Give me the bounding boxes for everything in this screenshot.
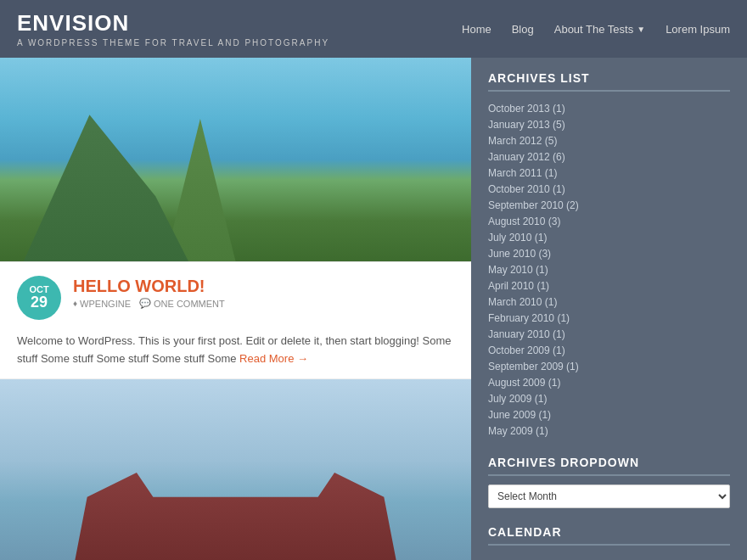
archives-section: ARCHIVES LIST October 2013 (1)January 20… xyxy=(488,71,730,439)
archives-dropdown: Select Month October 2013January 2013Mar… xyxy=(488,484,730,508)
archive-count: (1) xyxy=(536,409,551,421)
archive-link[interactable]: October 2010 xyxy=(488,183,550,195)
logo-area: ENVISION A WORDPRESS THEME FOR TRAVEL AN… xyxy=(17,10,329,48)
archive-item: March 2010 (1) xyxy=(488,294,730,310)
post-1-date-badge: OCT 29 xyxy=(17,276,61,320)
post-1-excerpt: Welcome to WordPress. This is your first… xyxy=(0,322,471,379)
main-content: OCT 29 HELLO WORLD! WPENGINE 💬 ONE COMME… xyxy=(0,58,471,560)
archive-item: March 2012 (5) xyxy=(488,132,730,148)
archives-select[interactable]: Select Month October 2013January 2013Mar… xyxy=(488,484,730,508)
nav-blog[interactable]: Blog xyxy=(512,23,534,36)
archive-count: (3) xyxy=(545,216,560,227)
archive-count: (1) xyxy=(550,103,565,115)
dropdown-section: ARCHIVES DROPDOWN Select Month October 2… xyxy=(488,456,730,508)
archive-item: October 2010 (1) xyxy=(488,181,730,197)
comment-icon: 💬 xyxy=(139,298,151,309)
sidebar: ARCHIVES LIST October 2013 (1)January 20… xyxy=(471,58,747,560)
archive-link[interactable]: May 2010 xyxy=(488,264,533,276)
archive-count: (1) xyxy=(534,280,549,292)
post-1-author-info: WPENGINE xyxy=(73,298,131,309)
archive-item: May 2010 (1) xyxy=(488,261,730,277)
archive-item: January 2012 (6) xyxy=(488,148,730,165)
archive-link[interactable]: October 2013 xyxy=(488,103,550,115)
archive-link[interactable]: April 2010 xyxy=(488,280,534,292)
archive-item: April 2010 (1) xyxy=(488,277,730,294)
archive-item: May 2009 (1) xyxy=(488,423,730,439)
archive-count: (5) xyxy=(542,135,557,147)
archive-link[interactable]: January 2012 xyxy=(488,151,550,163)
dropdown-title: ARCHIVES DROPDOWN xyxy=(488,456,730,476)
archive-count: (2) xyxy=(564,199,579,211)
post-1-meta-box: OCT 29 HELLO WORLD! WPENGINE 💬 ONE COMME… xyxy=(0,261,471,322)
archive-link[interactable]: September 2009 xyxy=(488,361,564,372)
archive-item: June 2009 (1) xyxy=(488,406,730,423)
archive-item: September 2010 (2) xyxy=(488,197,730,213)
archive-item: August 2010 (3) xyxy=(488,213,730,229)
archive-link[interactable]: January 2010 xyxy=(488,328,550,340)
archive-count: (1) xyxy=(550,344,565,356)
archive-link[interactable]: February 2010 xyxy=(488,312,554,324)
archive-item: March 2011 (1) xyxy=(488,165,730,181)
archive-link[interactable]: January 2013 xyxy=(488,119,550,131)
archive-link[interactable]: March 2011 xyxy=(488,167,542,179)
archive-item: January 2010 (1) xyxy=(488,326,730,342)
nav-about-tests[interactable]: About The Tests ▼ xyxy=(554,23,645,36)
archive-link[interactable]: June 2010 xyxy=(488,248,536,260)
archive-count: (1) xyxy=(531,232,547,244)
calendar-title: CALENDAR xyxy=(488,525,730,546)
archive-item: July 2009 (1) xyxy=(488,390,730,406)
archive-item: October 2009 (1) xyxy=(488,342,730,358)
user-icon xyxy=(73,299,77,308)
header: ENVISION A WORDPRESS THEME FOR TRAVEL AN… xyxy=(0,0,747,58)
post-1-title[interactable]: HELLO WORLD! xyxy=(73,276,454,296)
post-2-image xyxy=(0,379,471,560)
archive-count: (1) xyxy=(533,425,548,437)
archives-title: ARCHIVES LIST xyxy=(488,71,730,92)
archive-count: (1) xyxy=(533,264,548,276)
logo-subtitle: A WORDPRESS THEME FOR TRAVEL AND PHOTOGR… xyxy=(17,38,329,48)
archive-item: August 2009 (1) xyxy=(488,374,730,390)
archive-item: July 2010 (1) xyxy=(488,229,730,245)
archive-link[interactable]: August 2010 xyxy=(488,216,545,227)
archive-item: June 2010 (3) xyxy=(488,245,730,261)
post-2: JAN 11 MARKUP: HTML TAGS AND FORMATTING … xyxy=(0,379,471,560)
archive-count: (1) xyxy=(531,393,547,405)
post-1-comment-info: 💬 ONE COMMENT xyxy=(139,298,225,309)
nav-home[interactable]: Home xyxy=(462,23,491,36)
archive-link[interactable]: July 2010 xyxy=(488,232,531,244)
archive-item: February 2010 (1) xyxy=(488,310,730,326)
archive-item: September 2009 (1) xyxy=(488,358,730,374)
archive-count: (1) xyxy=(545,377,560,389)
post-1-title-area: HELLO WORLD! WPENGINE 💬 ONE COMMENT xyxy=(73,276,454,309)
archive-count: (1) xyxy=(554,312,570,324)
post-1-image xyxy=(0,58,471,261)
archive-link[interactable]: October 2009 xyxy=(488,344,550,356)
dropdown-caret-icon: ▼ xyxy=(637,25,645,34)
archive-count: (3) xyxy=(536,248,551,260)
archive-item: January 2013 (5) xyxy=(488,116,730,132)
post-1-read-more[interactable]: Read More → xyxy=(239,352,308,365)
nav-lorem-ipsum[interactable]: Lorem Ipsum xyxy=(666,23,730,36)
main-nav: Home Blog About The Tests ▼ Lorem Ipsum xyxy=(462,23,730,36)
post-1: OCT 29 HELLO WORLD! WPENGINE 💬 ONE COMME… xyxy=(0,58,471,379)
archives-list: October 2013 (1)January 2013 (5)March 20… xyxy=(488,100,730,439)
archive-count: (1) xyxy=(564,361,579,372)
archive-link[interactable]: May 2009 xyxy=(488,425,533,437)
archive-item: October 2013 (1) xyxy=(488,100,730,116)
archive-count: (1) xyxy=(550,183,565,195)
archive-count: (1) xyxy=(550,328,565,340)
archive-count: (1) xyxy=(542,167,557,179)
archive-count: (6) xyxy=(550,151,565,163)
archive-link[interactable]: March 2012 xyxy=(488,135,542,147)
archive-link[interactable]: July 2009 xyxy=(488,393,531,405)
archive-link[interactable]: March 2010 xyxy=(488,296,542,308)
archive-link[interactable]: June 2009 xyxy=(488,409,536,421)
post-1-info: WPENGINE 💬 ONE COMMENT xyxy=(73,298,454,309)
post-1-day: 29 xyxy=(31,294,48,311)
archive-link[interactable]: September 2010 xyxy=(488,199,564,211)
calendar-section: CALENDAR xyxy=(488,525,730,546)
logo-title: ENVISION xyxy=(17,10,329,36)
page-container: OCT 29 HELLO WORLD! WPENGINE 💬 ONE COMME… xyxy=(0,58,747,560)
archive-link[interactable]: August 2009 xyxy=(488,377,545,389)
archive-count: (5) xyxy=(550,119,565,131)
